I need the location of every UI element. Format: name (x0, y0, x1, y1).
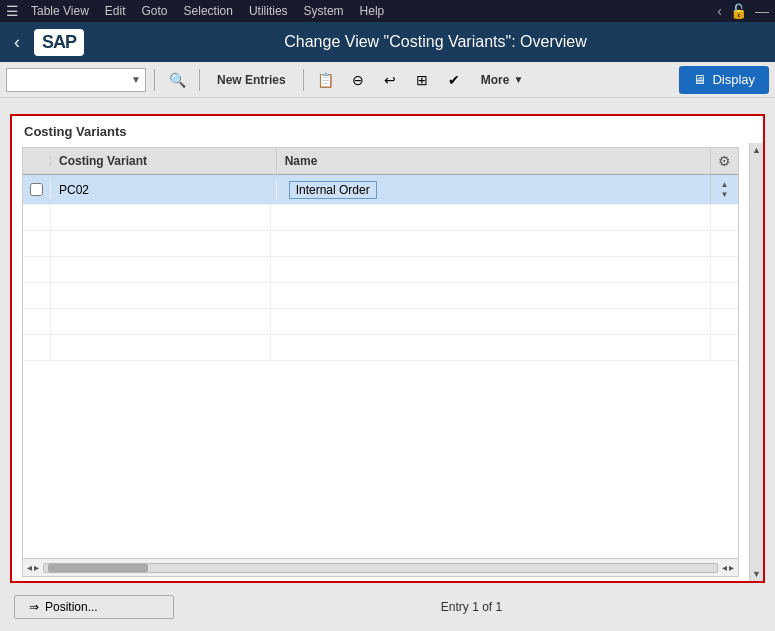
horizontal-scrollbar: ◂ ▸ ◂ ▸ (23, 558, 738, 576)
table-row[interactable]: PC02 Internal Order ▲ ▼ (23, 175, 738, 205)
vscroll-track[interactable] (750, 157, 763, 567)
empty-row (23, 283, 738, 309)
menu-table-view[interactable]: Table View (31, 4, 89, 18)
row-name-cell: Internal Order (277, 180, 710, 200)
table-body: PC02 Internal Order ▲ ▼ (23, 175, 738, 558)
row-checkbox[interactable] (30, 183, 43, 196)
toolbar-dropdown[interactable]: ▼ (6, 68, 146, 92)
new-entries-label: New Entries (217, 73, 286, 87)
row-costing-variant: PC02 (51, 180, 277, 200)
sap-logo: SAP (34, 29, 84, 56)
delete-icon: ⊖ (352, 72, 364, 88)
chevron-down-icon: ▼ (131, 74, 141, 85)
header-costing-variant: Costing Variant (51, 149, 277, 173)
title-bar: ☰ Table View Edit Goto Selection Utiliti… (0, 0, 775, 22)
empty-row (23, 335, 738, 361)
chevron-down-icon: ▼ (513, 74, 523, 85)
undo-icon-button[interactable]: ↩ (376, 67, 404, 93)
scroll-right2-icon[interactable]: ▸ (729, 562, 734, 573)
h-scroll-thumb[interactable] (48, 564, 148, 572)
table-wrapper: Costing Variant Name ⚙ PC02 (12, 143, 749, 581)
position-label: Position... (45, 600, 98, 614)
transport-icon: ⊞ (416, 72, 428, 88)
vertical-scrollbar: ▲ ▼ (749, 143, 763, 581)
table-container: Costing Variant Name ⚙ PC02 (22, 147, 739, 577)
new-entries-button[interactable]: New Entries (208, 67, 295, 93)
costing-variants-panel: Costing Variants Costing Variant Name ⚙ (10, 114, 765, 583)
scroll-left-icon[interactable]: ◂ (27, 562, 32, 573)
menu-system[interactable]: System (304, 4, 344, 18)
empty-row (23, 231, 738, 257)
scroll-up-icon[interactable]: ▲ (721, 180, 729, 190)
more-button[interactable]: More ▼ (472, 67, 533, 93)
undo-icon: ↩ (384, 72, 396, 88)
toolbar: ▼ 🔍 New Entries 📋 ⊖ ↩ ⊞ ✔ More ▼ 🖥 Displ… (0, 62, 775, 98)
main-content: Costing Variants Costing Variant Name ⚙ (0, 98, 775, 631)
scroll-down-icon[interactable]: ▼ (721, 190, 729, 200)
menu-edit[interactable]: Edit (105, 4, 126, 18)
delete-icon-button[interactable]: ⊖ (344, 67, 372, 93)
empty-row (23, 205, 738, 231)
display-label: Display (712, 72, 755, 87)
scroll-right-icon[interactable]: ▸ (34, 562, 39, 573)
table-with-scroll: Costing Variant Name ⚙ PC02 (12, 143, 763, 581)
empty-row (23, 257, 738, 283)
scroll-left2-icon[interactable]: ◂ (722, 562, 727, 573)
menu-help[interactable]: Help (360, 4, 385, 18)
hamburger-icon[interactable]: ☰ (6, 3, 19, 19)
vscroll-down-button[interactable]: ▼ (750, 567, 763, 581)
gear-icon: ⚙ (718, 153, 731, 169)
row-checkbox-cell (23, 180, 51, 199)
display-button[interactable]: 🖥 Display (679, 66, 769, 94)
back-nav-icon[interactable]: ‹ (717, 3, 722, 19)
more-label: More (481, 73, 510, 87)
header-name: Name (277, 149, 710, 173)
menu-bar: Table View Edit Goto Selection Utilities… (31, 4, 384, 18)
copy-icon: 📋 (317, 72, 334, 88)
row-scroll-cell: ▲ ▼ (710, 175, 738, 204)
position-button[interactable]: ⇒ Position... (14, 595, 174, 619)
menu-goto[interactable]: Goto (142, 4, 168, 18)
separator-2 (199, 69, 200, 91)
separator-1 (154, 69, 155, 91)
status-bar: ⇒ Position... Entry 1 of 1 (10, 591, 765, 623)
transport-icon-button[interactable]: ⊞ (408, 67, 436, 93)
copy-icon-button[interactable]: 📋 (312, 67, 340, 93)
search-icon-button[interactable]: 🔍 (163, 67, 191, 93)
nav-bar: ‹ SAP Change View "Costing Variants": Ov… (0, 22, 775, 62)
nav-back-button[interactable]: ‹ (8, 30, 26, 55)
table-header: Costing Variant Name ⚙ (23, 148, 738, 175)
row-name-value: Internal Order (289, 181, 377, 199)
check-icon: ✔ (448, 72, 460, 88)
check-icon-button[interactable]: ✔ (440, 67, 468, 93)
settings-icon-button[interactable]: ⚙ (710, 148, 738, 174)
h-scroll-track[interactable] (43, 563, 718, 573)
empty-row (23, 309, 738, 335)
position-icon: ⇒ (29, 600, 39, 614)
title-bar-actions: ‹ 🔓 — (717, 3, 769, 19)
panel-title: Costing Variants (12, 116, 763, 143)
page-title: Change View "Costing Variants": Overview (104, 33, 767, 51)
entry-count: Entry 1 of 1 (182, 600, 761, 614)
lock-icon[interactable]: 🔓 (730, 3, 747, 19)
menu-utilities[interactable]: Utilities (249, 4, 288, 18)
vscroll-up-button[interactable]: ▲ (750, 143, 763, 157)
search-icon: 🔍 (169, 72, 186, 88)
menu-selection[interactable]: Selection (184, 4, 233, 18)
separator-3 (303, 69, 304, 91)
display-icon: 🖥 (693, 72, 706, 87)
minimize-icon[interactable]: — (755, 3, 769, 19)
header-checkbox-col (23, 156, 51, 166)
